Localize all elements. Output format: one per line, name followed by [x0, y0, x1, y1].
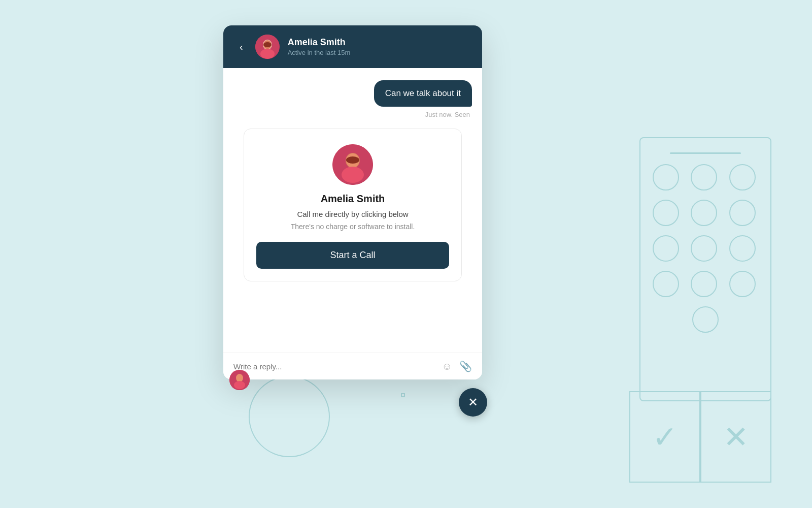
emoji-icon[interactable]: ☺ — [442, 361, 452, 372]
x-icon: ✕ — [723, 419, 749, 455]
keypad-decoration — [639, 137, 771, 401]
keypad-key — [653, 200, 679, 226]
keypad-bottom-row — [640, 306, 770, 333]
attachment-icon[interactable]: 📎 — [459, 360, 472, 372]
keypad-key — [691, 200, 717, 226]
keypad-key — [729, 271, 756, 297]
keypad-key — [729, 235, 756, 262]
back-arrow-icon: ‹ — [240, 41, 243, 53]
chat-window: ‹ Amelia Smith Active in the last 15m — [223, 25, 482, 379]
received-message-avatar — [229, 370, 250, 390]
keypad-key — [691, 164, 717, 190]
message-timestamp: Just now. Seen — [233, 111, 472, 118]
keypad-key — [692, 306, 719, 333]
sent-message-bubble: Can we talk about it — [374, 80, 472, 107]
call-card-avatar — [332, 144, 373, 185]
header-info: Amelia Smith Active in the last 15m — [288, 37, 470, 56]
keypad-key — [653, 235, 679, 262]
chat-body: Can we talk about it Just now. Seen Amel… — [223, 68, 482, 353]
keypad-key — [653, 164, 679, 190]
keypad-key — [653, 271, 679, 297]
check-icon: ✓ — [652, 419, 678, 455]
close-button[interactable]: ✕ — [459, 388, 487, 417]
avatar-svg — [255, 35, 280, 59]
call-card-note: There's no charge or software to install… — [256, 223, 449, 231]
reply-input[interactable] — [233, 362, 442, 371]
svg-point-9 — [342, 167, 364, 183]
call-card-avatar-svg — [332, 144, 373, 185]
svg-rect-5 — [263, 42, 272, 47]
received-avatar-svg — [229, 370, 250, 390]
keypad-key — [729, 200, 756, 226]
call-card-subtitle: Call me directly by clicking below — [256, 210, 449, 218]
input-icons: ☺ 📎 — [442, 360, 472, 372]
start-call-button[interactable]: Start a Call — [256, 242, 449, 269]
sent-message-row: Can we talk about it — [233, 80, 472, 107]
header-avatar — [255, 35, 280, 59]
header-avatar-container — [255, 35, 280, 59]
svg-point-3 — [260, 49, 275, 59]
keypad-key — [691, 271, 717, 297]
small-square-decoration — [401, 393, 405, 397]
keypad-top-bar — [670, 152, 741, 154]
svg-point-12 — [236, 374, 243, 382]
check-x-decoration: ✓ ✕ — [629, 391, 771, 483]
call-card: Amelia Smith Call me directly by clickin… — [244, 129, 462, 281]
check-box: ✓ — [629, 391, 700, 483]
contact-name: Amelia Smith — [288, 37, 470, 48]
keypad-grid — [640, 164, 770, 297]
contact-status: Active in the last 15m — [288, 49, 470, 56]
keypad-key — [729, 164, 756, 190]
x-box: ✕ — [700, 391, 771, 483]
keypad-key — [691, 235, 717, 262]
chat-input-row: ☺ 📎 — [223, 353, 482, 379]
chat-header: ‹ Amelia Smith Active in the last 15m — [223, 25, 482, 68]
svg-point-13 — [234, 381, 245, 389]
call-card-name: Amelia Smith — [256, 193, 449, 205]
svg-rect-10 — [346, 156, 359, 164]
circle-decoration — [249, 376, 330, 457]
back-button[interactable]: ‹ — [235, 39, 247, 55]
close-icon: ✕ — [468, 395, 478, 409]
